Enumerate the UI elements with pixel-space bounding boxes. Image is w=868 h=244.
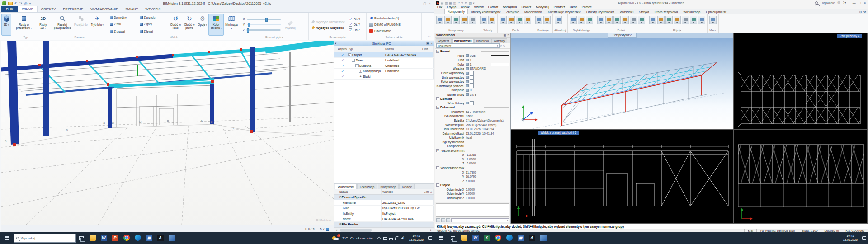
menu-item[interactable]: Okno xyxy=(570,5,577,9)
expander-icon[interactable]: - xyxy=(348,53,351,56)
see-also-item[interactable]: BIMestiMate xyxy=(369,28,401,34)
battery-icon[interactable] xyxy=(389,238,393,240)
property-row[interactable]: Linia wg warstwy xyxy=(435,75,510,80)
taskbar-app-button[interactable] xyxy=(155,232,166,244)
reset-sliders-button[interactable]: Wyzeruj xyxy=(283,14,297,36)
edit-pen-icon[interactable] xyxy=(436,218,440,222)
save-icon[interactable]: ▦ xyxy=(449,1,452,5)
tool-icon[interactable] xyxy=(605,16,613,24)
property-row[interactable]: X 31.7300 xyxy=(435,170,510,174)
properties-tab[interactable]: Lokalizacja xyxy=(357,184,377,189)
palette-tab[interactable]: Właściwości xyxy=(452,38,474,43)
axis-checkbox[interactable]: Oś Y xyxy=(349,22,360,27)
redo-icon[interactable]: ↷ xyxy=(19,2,23,5)
palette-tab[interactable]: Biblioteka xyxy=(474,38,491,43)
tool-icon[interactable] xyxy=(613,16,621,24)
property-row[interactable]: - Współrzędne min. xyxy=(435,149,510,153)
taskbar-app-button[interactable] xyxy=(166,232,177,244)
target-icon[interactable]: ◎ xyxy=(24,2,27,5)
column-wartosc[interactable]: Wartość xyxy=(382,189,423,194)
menu-item[interactable]: Utwórz xyxy=(521,5,531,9)
taskbar-clock[interactable]: 10:45 13.01.2026 xyxy=(840,234,860,242)
ifc-tree-row[interactable]: +Siatki xyxy=(334,74,434,80)
property-row[interactable]: File Header xyxy=(334,222,434,227)
property-row[interactable]: Kod podziału xyxy=(435,144,510,149)
expander-icon[interactable]: + xyxy=(359,70,362,73)
taskbar-app-button[interactable] xyxy=(132,232,143,244)
task-view-button[interactable] xyxy=(448,232,458,244)
save-favorite-icon[interactable] xyxy=(446,218,450,222)
taskbar-app-button[interactable] xyxy=(121,232,132,244)
tool-icon[interactable] xyxy=(535,16,542,24)
tool-icon[interactable] xyxy=(555,16,562,24)
axis-checkbox[interactable]: Oś X xyxy=(349,17,360,22)
minimize-icon[interactable]: — xyxy=(853,1,856,5)
menu-item[interactable]: Wstaw xyxy=(474,5,484,9)
settings-gear-icon[interactable]: ⚙ xyxy=(859,10,862,14)
tool-icon[interactable] xyxy=(480,16,487,24)
viewport-perspective[interactable]: Perspektywa:2 xyxy=(511,33,733,130)
property-row[interactable]: X -1.3758 xyxy=(435,153,510,157)
weather-widget[interactable]: 5 -2°C Cz. słonecznie xyxy=(329,232,376,244)
expander-icon[interactable]: - xyxy=(436,97,439,100)
ribbon-tab[interactable]: WYMIAROWANIE xyxy=(87,6,122,12)
favorites-select[interactable]: ▾ xyxy=(451,218,509,222)
palette-menu-icon[interactable]: ▣ xyxy=(504,33,506,37)
property-row[interactable]: Pióro 0.25 xyxy=(435,54,510,58)
taskbar-app-button[interactable] xyxy=(458,232,470,244)
property-row[interactable]: - Element xyxy=(435,97,510,101)
undo-icon[interactable]: ↶ xyxy=(14,2,18,5)
expander-icon[interactable]: - xyxy=(436,183,439,187)
property-row[interactable]: Konstrukcja pomocn. xyxy=(435,84,510,88)
load-favorite-icon[interactable] xyxy=(441,218,445,222)
taskbar-app-button[interactable] xyxy=(538,232,549,244)
axis-slider[interactable]: Z xyxy=(243,28,281,33)
property-row[interactable]: Z 6.0090 xyxy=(435,178,510,183)
ribbon-tab[interactable]: PLIK xyxy=(1,6,18,12)
more-icon[interactable]: … xyxy=(506,44,509,47)
visibility-checkbox[interactable] xyxy=(338,63,347,68)
taskbar-app-button[interactable] xyxy=(492,232,504,244)
minimap-button[interactable]: Minimapa xyxy=(224,14,239,36)
menu-item[interactable]: Edycja xyxy=(447,5,456,9)
tool-icon[interactable] xyxy=(690,16,697,24)
panel-close-icon[interactable]: × xyxy=(430,42,434,45)
expander-icon[interactable]: - xyxy=(436,106,439,109)
redo-icon[interactable]: ↷ xyxy=(461,1,463,5)
ribbon-tab[interactable]: Obiekty konstrukcyjne xyxy=(468,10,504,14)
scroll-up-icon[interactable]: ∧ xyxy=(429,189,434,194)
menu-item[interactable]: Plik xyxy=(437,5,442,9)
object-color-button[interactable]: Kolor obiektu xyxy=(208,14,224,36)
expander-icon[interactable]: - xyxy=(355,64,359,67)
view-3d-button[interactable]: 3D xyxy=(1,14,11,36)
tool-icon[interactable] xyxy=(488,16,495,24)
rotate-left-button[interactable]: ↺ Obróć w lewo xyxy=(169,14,182,36)
status-field[interactable]: Kąt: 0,000 deg xyxy=(842,229,868,232)
customize-wrench-icon[interactable]: ⚒ xyxy=(863,10,866,14)
see-also-item[interactable]: DEMO of PLUGINS xyxy=(369,22,401,28)
open-file-icon[interactable] xyxy=(8,2,13,5)
property-row[interactable]: Guid 0$KOkVf1BrB1YKlG3y_Ge xyxy=(334,206,434,211)
property-row[interactable]: Z -0.0660 xyxy=(435,161,510,166)
search-input[interactable]: Wyszukaj xyxy=(14,234,76,243)
taskbar-app-button[interactable] xyxy=(109,232,121,244)
see-also-item[interactable]: Powiadomienia (1) xyxy=(369,15,401,21)
filter-icon[interactable]: ▽ xyxy=(503,44,505,47)
ifc-tree-row[interactable]: -Projekt HALA MAGAZYNOWA xyxy=(334,52,434,58)
rotate-right-button[interactable]: ↻ Obróć w prawo xyxy=(183,14,196,36)
reset-zoom-button[interactable]: Resetuj powiększenie xyxy=(52,14,73,36)
palette-tab[interactable]: Warstwy xyxy=(491,38,507,43)
ribbon-tab[interactable]: WIDOK xyxy=(18,5,37,12)
tool-icon[interactable] xyxy=(682,16,689,24)
tool-icon[interactable] xyxy=(597,16,604,24)
taskbar-app-button[interactable] xyxy=(98,232,109,244)
axis-checkbox[interactable]: Oś Z xyxy=(349,28,360,33)
property-row[interactable]: Linia 1 xyxy=(435,58,510,62)
action-center-button[interactable] xyxy=(426,232,434,244)
scrollbar-thumb[interactable] xyxy=(340,229,372,232)
panel-menu-icon[interactable]: ▾ xyxy=(334,42,337,45)
expander-icon[interactable]: - xyxy=(352,59,355,62)
axis-slider[interactable]: X xyxy=(243,17,281,22)
ifc-tree-row[interactable]: -Teren Undefined xyxy=(334,58,434,63)
start-button[interactable] xyxy=(0,232,14,244)
